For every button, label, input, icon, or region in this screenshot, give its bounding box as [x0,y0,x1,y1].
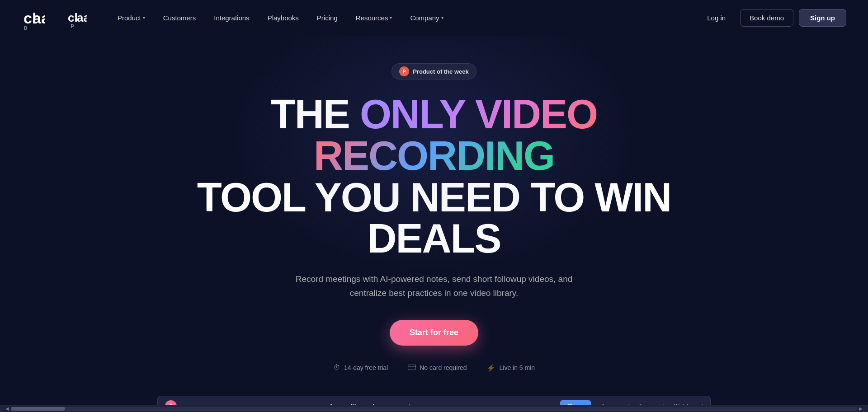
trust-live-label: Live in 5 min [499,364,535,371]
clock-icon: ⏱ [333,364,340,372]
scrollbar: ◀ ▶ [0,405,868,412]
badge-text: Product of the week [413,68,469,75]
hero-title-line2: TOOL YOU NEED TO WIN DEALS [163,177,705,260]
nav-item-resources[interactable]: Resources ▾ [349,10,400,25]
product-badge[interactable]: P Product of the week [392,63,476,80]
hero-section: P Product of the week THE ONLY VIDEO REC… [0,36,868,412]
nav-item-company[interactable]: Company ▾ [403,10,450,25]
trust-card-label: No card required [420,364,467,371]
trust-item-card: No card required [408,364,467,372]
hero-title-plain-1: THE [271,92,360,137]
signup-button[interactable]: Sign up [799,9,846,27]
logo[interactable]: cl aa p [22,6,45,30]
nav-right: Log in Book demo Sign up [698,9,846,27]
book-demo-button[interactable]: Book demo [740,9,793,27]
svg-text:aa: aa [77,11,87,24]
hero-subtitle: Record meetings with AI-powered notes, s… [280,272,588,300]
svg-text:aa: aa [33,9,45,27]
scroll-left-arrow[interactable]: ◀ [4,405,11,412]
nav-item-integrations[interactable]: Integrations [207,10,256,25]
svg-rect-7 [408,366,416,367]
scrollbar-thumb[interactable] [11,407,65,411]
logo-mark[interactable]: cl aa p [67,8,89,28]
nav-item-pricing[interactable]: Pricing [310,10,345,25]
chevron-down-icon: ▾ [390,15,392,20]
chevron-down-icon: ▾ [143,15,145,20]
hero-title: THE ONLY VIDEO RECORDING TOOL YOU NEED T… [163,94,705,260]
svg-rect-6 [408,365,416,370]
bolt-icon: ⚡ [486,364,495,372]
nav-item-product[interactable]: Product ▾ [110,10,152,25]
trust-trial-label: 14-day free trial [344,364,388,371]
card-icon [408,364,416,372]
navbar: cl aa p cl aa p Product ▾ Customers Inte… [0,0,868,36]
producthunt-icon: P [399,66,409,76]
login-button[interactable]: Log in [698,9,735,26]
trust-badges: ⏱ 14-day free trial No card required ⚡ L… [333,364,535,372]
nav-item-playbooks[interactable]: Playbooks [260,10,306,25]
nav-links: Product ▾ Customers Integrations Playboo… [110,10,698,25]
svg-text:p: p [71,22,74,28]
chevron-down-icon: ▾ [441,15,443,20]
trust-item-live: ⚡ Live in 5 min [486,364,535,372]
cta-button[interactable]: Start for free [390,320,478,346]
scroll-right-arrow[interactable]: ▶ [857,405,864,412]
svg-text:p: p [24,24,28,30]
trust-item-trial: ⏱ 14-day free trial [333,364,388,372]
nav-item-customers[interactable]: Customers [156,10,203,25]
scrollbar-track [11,407,857,411]
